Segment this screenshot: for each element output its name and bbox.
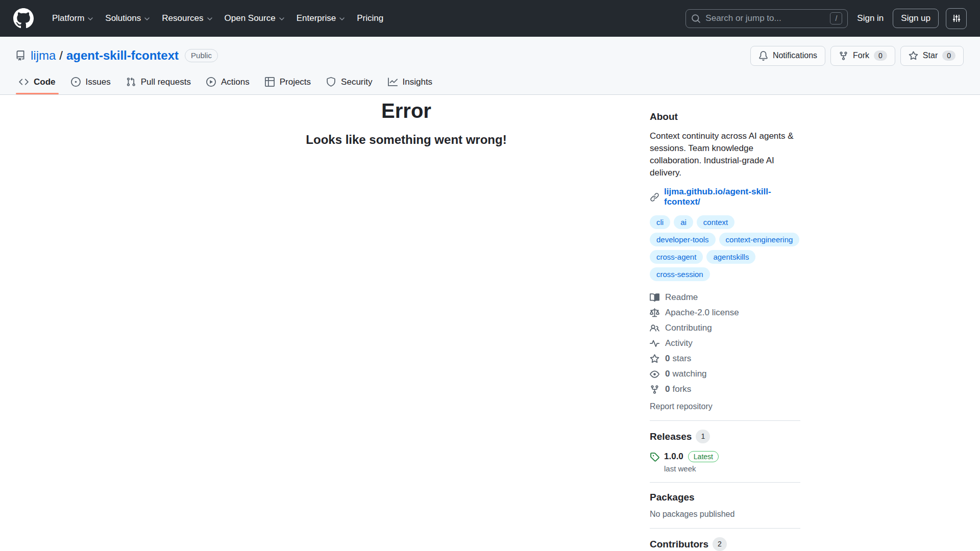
stars-link[interactable]: 0 stars bbox=[650, 351, 800, 366]
link-icon bbox=[650, 192, 659, 202]
fork-count: 0 bbox=[874, 51, 887, 61]
search-box[interactable]: / bbox=[685, 9, 848, 28]
chevron-down-icon bbox=[207, 17, 212, 20]
graph-icon bbox=[388, 77, 398, 87]
fork-icon bbox=[839, 51, 848, 61]
tab-actions[interactable]: Actions bbox=[199, 69, 257, 94]
tab-pull-requests[interactable]: Pull requests bbox=[118, 69, 199, 94]
tab-code[interactable]: Code bbox=[11, 69, 63, 94]
chevron-down-icon bbox=[88, 17, 93, 20]
activity-link[interactable]: Activity bbox=[650, 336, 800, 351]
releases-count-badge: 1 bbox=[696, 430, 710, 443]
watching-count: 0 bbox=[665, 369, 670, 379]
license-link[interactable]: Apache-2.0 license bbox=[650, 305, 800, 320]
topic-pill[interactable]: cli bbox=[650, 215, 670, 229]
tab-security[interactable]: Security bbox=[318, 69, 380, 94]
about-sidebar: About Context continuity across AI agent… bbox=[650, 95, 800, 551]
topic-pill[interactable]: developer-tools bbox=[650, 233, 716, 246]
people-icon bbox=[650, 323, 659, 333]
topic-pill[interactable]: context bbox=[697, 215, 734, 229]
chevron-down-icon bbox=[339, 17, 345, 20]
book-icon bbox=[650, 293, 659, 303]
repo-actions: Notifications Fork 0 Star 0 bbox=[750, 46, 964, 66]
nav-item-platform[interactable]: Platform bbox=[46, 8, 99, 29]
nav-item-enterprise[interactable]: Enterprise bbox=[290, 8, 351, 29]
report-repository-link[interactable]: Report repository bbox=[650, 402, 800, 411]
releases-heading: Releases1 bbox=[650, 430, 800, 443]
contributing-link[interactable]: Contributing bbox=[650, 320, 800, 336]
search-input[interactable] bbox=[705, 13, 825, 23]
notifications-button[interactable]: Notifications bbox=[750, 46, 825, 66]
github-logo-icon[interactable] bbox=[13, 8, 34, 29]
bell-icon bbox=[758, 51, 768, 61]
sign-in-link[interactable]: Sign in bbox=[855, 10, 886, 27]
sign-up-button[interactable]: Sign up bbox=[893, 9, 939, 28]
about-heading: About bbox=[650, 111, 800, 122]
repo-header: lijma / agent-skill-fcontext Public Noti… bbox=[0, 37, 980, 95]
release-date: last week bbox=[664, 464, 800, 473]
main-nav: Platform Solutions Resources Open Source… bbox=[46, 8, 389, 29]
tag-icon bbox=[650, 452, 659, 462]
topic-pill[interactable]: context-engineering bbox=[719, 233, 800, 246]
breadcrumb: lijma / agent-skill-fcontext Public Noti… bbox=[0, 45, 980, 66]
packages-heading: Packages bbox=[650, 491, 800, 503]
repo-meta-list: Readme Apache-2.0 license Contributing A… bbox=[650, 290, 800, 397]
repo-owner-link[interactable]: lijma bbox=[31, 48, 56, 63]
tab-projects[interactable]: Projects bbox=[257, 69, 318, 94]
eye-icon bbox=[650, 369, 659, 379]
star-count: 0 bbox=[942, 51, 955, 61]
breadcrumb-separator: / bbox=[56, 48, 66, 63]
repo-name-link[interactable]: agent-skill-fcontext bbox=[66, 48, 179, 63]
nav-item-resources[interactable]: Resources bbox=[156, 8, 218, 29]
readme-link[interactable]: Readme bbox=[650, 290, 800, 305]
tab-insights[interactable]: Insights bbox=[380, 69, 440, 94]
star-icon bbox=[909, 51, 918, 61]
divider bbox=[650, 528, 800, 529]
pulse-icon bbox=[650, 339, 659, 348]
nav-item-open-source[interactable]: Open Source bbox=[218, 8, 290, 29]
forks-count: 0 bbox=[665, 384, 670, 394]
stars-count: 0 bbox=[665, 354, 670, 364]
table-icon bbox=[265, 77, 275, 87]
release-item[interactable]: 1.0.0 Latest bbox=[650, 451, 800, 462]
code-icon bbox=[19, 77, 29, 87]
divider bbox=[650, 482, 800, 483]
law-icon bbox=[650, 308, 659, 318]
about-description: Context continuity across AI agents & se… bbox=[650, 130, 800, 179]
forks-link[interactable]: 0 forks bbox=[650, 382, 800, 397]
fork-button[interactable]: Fork 0 bbox=[830, 46, 895, 66]
tab-issues[interactable]: Issues bbox=[63, 69, 118, 94]
page-body: Error Looks like something went wrong! A… bbox=[0, 95, 980, 551]
topic-pill[interactable]: agentskills bbox=[706, 250, 755, 264]
sliders-menu-button[interactable] bbox=[946, 8, 967, 29]
pull-request-icon bbox=[126, 77, 136, 87]
topic-pill[interactable]: ai bbox=[674, 215, 693, 229]
nav-item-solutions[interactable]: Solutions bbox=[99, 8, 156, 29]
repo-website-link[interactable]: lijma.github.io/agent-skill-fcontext/ bbox=[664, 187, 800, 207]
star-icon bbox=[650, 354, 659, 364]
slash-shortcut-key: / bbox=[830, 12, 842, 24]
topic-pill[interactable]: cross-agent bbox=[650, 250, 703, 264]
packages-empty-text: No packages published bbox=[650, 510, 800, 519]
chevron-down-icon bbox=[144, 17, 150, 20]
nav-item-pricing[interactable]: Pricing bbox=[351, 8, 389, 29]
contributors-heading: Contributors2 bbox=[650, 537, 800, 551]
top-header: Platform Solutions Resources Open Source… bbox=[0, 0, 980, 37]
repo-tab-bar: Code Issues Pull requests Actions Projec… bbox=[0, 66, 980, 94]
issue-opened-icon bbox=[71, 77, 81, 87]
release-version: 1.0.0 bbox=[664, 452, 683, 462]
shield-icon bbox=[326, 77, 336, 87]
search-icon bbox=[691, 14, 701, 23]
contributors-count-badge: 2 bbox=[713, 537, 727, 551]
visibility-badge: Public bbox=[185, 49, 218, 62]
topic-list: cli ai context developer-tools context-e… bbox=[650, 215, 800, 281]
repo-icon bbox=[15, 51, 26, 61]
sliders-icon bbox=[951, 13, 962, 23]
topic-pill[interactable]: cross-session bbox=[650, 267, 710, 281]
play-icon bbox=[206, 77, 216, 87]
fork-icon bbox=[650, 385, 659, 394]
star-button[interactable]: Star 0 bbox=[900, 46, 964, 66]
watching-link[interactable]: 0 watching bbox=[650, 366, 800, 382]
latest-badge: Latest bbox=[688, 451, 719, 462]
divider bbox=[650, 420, 800, 421]
